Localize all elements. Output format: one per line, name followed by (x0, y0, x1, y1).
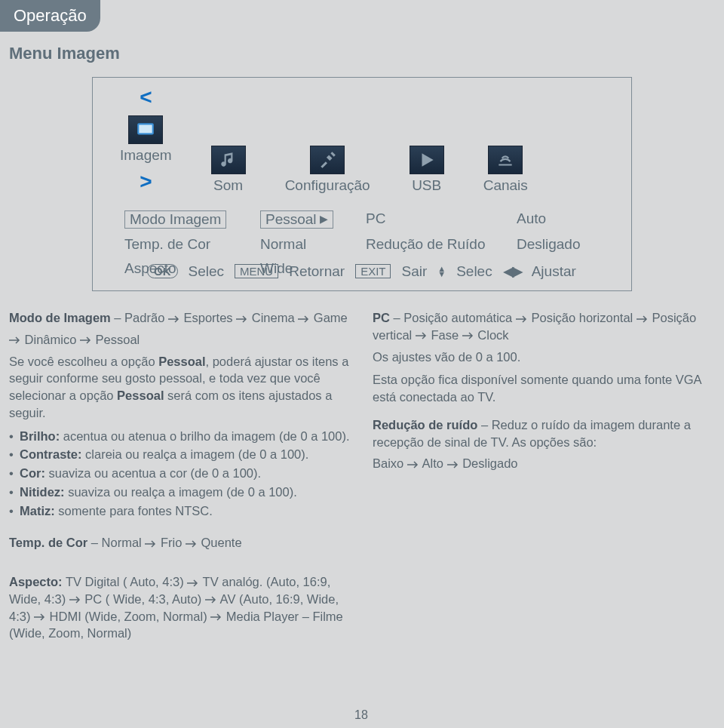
tools-icon (310, 146, 345, 174)
svg-rect-1 (140, 125, 152, 134)
music-icon (211, 146, 246, 174)
left-column: Modo de Imagem – Padrão Esportes Cinema … (9, 309, 351, 521)
setting-label: PC (366, 210, 517, 229)
image-icon (128, 115, 163, 144)
page-number: 18 (354, 708, 368, 722)
footer-label: Selec (456, 263, 492, 280)
nav-label: Configuração (285, 177, 370, 194)
bullet-list: Brilho: acentua ou atenua o brilho da im… (9, 428, 351, 520)
leftright-icon: ◀▶ (503, 263, 521, 280)
nav-config[interactable]: Configuração (285, 146, 370, 194)
play-icon (410, 146, 444, 174)
ok-key-icon: OK (147, 264, 178, 278)
setting-label: Modo Imagem (124, 210, 260, 229)
page-title: Menu Imagem (9, 44, 120, 63)
nav-label: Imagem (120, 147, 172, 164)
menu-nav: < Imagem > Som Configuração (93, 78, 631, 194)
arrow-right-icon (168, 311, 180, 324)
footer-label: Retornar (289, 263, 345, 280)
chevron-right-icon: > (140, 170, 152, 194)
exit-key-icon: EXIT (355, 264, 391, 278)
menu-footer: OK Selec MENU Retornar EXIT Sair ▲▼ Sele… (147, 263, 576, 280)
menu-panel: < Imagem > Som Configuração (92, 77, 632, 291)
setting-value[interactable]: Auto (517, 210, 622, 229)
menu-key-icon: MENU (235, 264, 278, 278)
nav-label: Som (213, 177, 243, 194)
nav-imagem[interactable]: < Imagem > (120, 85, 172, 194)
updown-icon: ▲▼ (437, 266, 446, 277)
nav-label: USB (412, 177, 441, 194)
setting-label: Temp. de Cor (124, 236, 260, 253)
content-columns: Modo de Imagem – Padrão Esportes Cinema … (9, 309, 715, 521)
footer-label: Ajustar (532, 263, 576, 280)
section-tab: Operação (0, 0, 100, 32)
setting-label: Redução de Ruído (366, 236, 517, 253)
nav-usb[interactable]: USB (410, 146, 444, 194)
temp-cor-row: Temp. de Cor – Normal Frio Quente (9, 536, 242, 550)
footer-label: Sair (401, 263, 427, 280)
setting-value[interactable]: Pessoal▶ (260, 210, 366, 229)
setting-value[interactable]: Desligado (517, 236, 622, 253)
chevron-left-icon: < (140, 85, 152, 109)
nav-canais[interactable]: Canais (483, 146, 528, 194)
right-column: PC – Posição automática Posição horizont… (373, 309, 715, 521)
nav-label: Canais (483, 177, 528, 194)
setting-value[interactable]: Normal (260, 236, 366, 253)
antenna-icon (488, 146, 523, 174)
nav-som[interactable]: Som (211, 146, 246, 194)
aspecto-block: Aspecto: TV Digital ( Auto, 4:3) TV anal… (9, 573, 348, 642)
footer-label: Selec (189, 263, 225, 280)
